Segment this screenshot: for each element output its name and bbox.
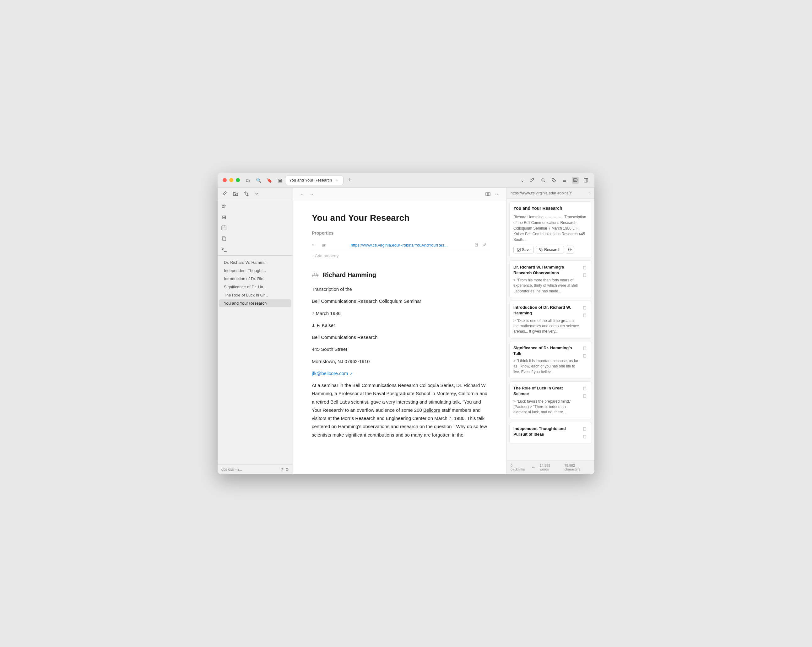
- doc-para-1: Transcription of the: [312, 285, 488, 293]
- sidebar-item-luck[interactable]: The Role of Luck in Gr...: [219, 291, 292, 299]
- active-tab[interactable]: You and Your Research ×: [285, 176, 343, 185]
- list-card-4: Independent Thoughts and Pursuit of Idea…: [509, 422, 592, 444]
- edit-link-icon[interactable]: [481, 242, 488, 248]
- main-area: ⊞ >_ Dr. Richard W. Hammi... Independent…: [218, 188, 594, 474]
- doc-para-5: Bell Communications Research: [312, 333, 488, 341]
- svg-point-1: [553, 179, 553, 180]
- bellcore-text: Bellcore: [423, 407, 440, 413]
- svg-rect-6: [584, 178, 588, 182]
- svg-rect-33: [583, 435, 586, 438]
- card-0-link-icon[interactable]: [582, 272, 588, 278]
- back-button[interactable]: ←: [298, 190, 306, 198]
- nav-terminal-icon[interactable]: >_: [219, 244, 229, 254]
- doc-para-6: 445 South Street: [312, 345, 488, 353]
- card-2-link-icon[interactable]: [582, 353, 588, 359]
- vault-name: obsidian-n...: [221, 467, 242, 472]
- web-clipper-icon[interactable]: [572, 177, 579, 184]
- sort-icon[interactable]: [243, 190, 250, 197]
- sidebar-item-significance[interactable]: Significance of Dr. Ha...: [219, 283, 292, 291]
- doc-para-7: Morristown, NJ 07962-1910: [312, 358, 488, 366]
- right-panel-items: You and Your Research Richard Hamming --…: [507, 199, 594, 448]
- sidebar-bottom-icons: ? ⚙: [281, 467, 289, 472]
- svg-point-23: [569, 249, 571, 250]
- layout-icon[interactable]: ▣: [277, 177, 282, 183]
- tag-icon[interactable]: [551, 177, 557, 184]
- doc-para-email: jfk@bellcore.com ↗: [312, 369, 488, 378]
- tabs-dropdown-button[interactable]: ⌄: [518, 176, 527, 185]
- forward-button[interactable]: →: [307, 190, 316, 198]
- sidebar-file-list: Dr. Richard W. Hammi... Independent Thou…: [218, 255, 293, 465]
- annotate-icon[interactable]: [529, 177, 536, 184]
- svg-rect-31: [583, 395, 586, 398]
- open-link-icon[interactable]: [473, 242, 479, 248]
- property-icon: ≡: [312, 242, 318, 248]
- more-options-icon[interactable]: [493, 190, 501, 198]
- word-count: 14,559 words: [540, 463, 560, 471]
- search-icon[interactable]: 🔍: [256, 177, 261, 183]
- nav-graph-icon[interactable]: ⊞: [219, 212, 229, 222]
- help-icon[interactable]: ?: [281, 467, 283, 472]
- research-tag-button[interactable]: Research: [536, 246, 564, 254]
- collapse-icon[interactable]: [253, 190, 260, 197]
- maximize-button[interactable]: [236, 178, 240, 182]
- list-icon[interactable]: [561, 177, 568, 184]
- sidebar-item-you-research[interactable]: You and Your Research: [219, 299, 292, 307]
- sidebar-top: [218, 188, 293, 200]
- list-card-1-title: Introduction of Dr. Richard W. Hamming: [513, 304, 579, 316]
- char-count: 78,982 characters: [564, 463, 591, 471]
- sidebar-item-independent[interactable]: Independent Thought...: [219, 267, 292, 274]
- card-3-copy-icon[interactable]: [582, 385, 588, 392]
- settings-icon[interactable]: ⚙: [285, 467, 289, 472]
- list-card-4-content: Independent Thoughts and Pursuit of Idea…: [513, 426, 579, 439]
- add-property-button[interactable]: + Add property: [312, 251, 488, 261]
- bookmark-icon[interactable]: 🔖: [266, 177, 272, 183]
- properties-section: Properties ≡ url https://www.cs.virginia…: [312, 231, 488, 261]
- new-folder-icon[interactable]: [232, 190, 239, 197]
- card-1-copy-icon[interactable]: [582, 304, 588, 311]
- card-1-link-icon[interactable]: [582, 312, 588, 318]
- list-card-0-icons: [582, 265, 588, 278]
- sidebar-item-hamming[interactable]: Dr. Richard W. Hammi...: [219, 258, 292, 266]
- list-card-0-excerpt: > "From his more than forty years of exp…: [513, 278, 579, 294]
- tab-close-button[interactable]: ×: [334, 178, 339, 183]
- file-manager-icon[interactable]: 🗂: [245, 177, 250, 183]
- card-3-link-icon[interactable]: [582, 393, 588, 399]
- card-4-link-icon[interactable]: [582, 433, 588, 440]
- nav-copy-icon[interactable]: [219, 233, 229, 243]
- list-card-2-title: Significance of Dr. Hamming's Talk: [513, 345, 579, 356]
- properties-label: Properties: [312, 231, 488, 236]
- minimize-button[interactable]: [229, 178, 233, 182]
- settings-button[interactable]: [566, 246, 574, 254]
- nav-files-icon[interactable]: [219, 201, 229, 211]
- list-card-2-content: Significance of Dr. Hamming's Talk > "I …: [513, 345, 579, 375]
- list-card-3-icons: [582, 385, 588, 399]
- svg-rect-11: [222, 226, 226, 230]
- list-card-3-content: The Role of Luck in Great Science > "Luc…: [513, 385, 579, 415]
- property-url-value[interactable]: https://www.cs.virginia.edu/~robins/YouA…: [351, 243, 469, 248]
- svg-rect-32: [583, 428, 586, 431]
- new-note-icon[interactable]: [221, 190, 228, 197]
- nav-calendar-icon[interactable]: [219, 223, 229, 233]
- doc-para-2: Bell Communications Research Colloquium …: [312, 297, 488, 305]
- edit-icon[interactable]: ✏: [532, 465, 535, 470]
- card-0-copy-icon[interactable]: [582, 265, 588, 271]
- link-search-icon[interactable]: [540, 177, 547, 184]
- url-arrow-icon[interactable]: ›: [589, 191, 591, 195]
- card-2-copy-icon[interactable]: [582, 345, 588, 352]
- reader-icon[interactable]: [484, 190, 492, 198]
- svg-point-18: [496, 193, 496, 194]
- card-4-copy-icon[interactable]: [582, 426, 588, 432]
- add-property-label: + Add property: [312, 254, 339, 258]
- toolbar-nav: ← →: [298, 190, 316, 198]
- doc-para-3: 7 March 1986: [312, 309, 488, 318]
- close-button[interactable]: [223, 178, 227, 182]
- content-wrapper: ← → You and Your Researc: [293, 188, 594, 474]
- svg-rect-15: [223, 237, 226, 240]
- sidebar-item-introduction[interactable]: Introduction of Dr. Ric...: [219, 275, 292, 283]
- save-button[interactable]: Save: [513, 246, 534, 254]
- svg-point-22: [540, 249, 541, 249]
- email-link[interactable]: jfk@bellcore.com: [312, 371, 348, 376]
- new-tab-button[interactable]: +: [345, 176, 354, 185]
- toolbar: ← →: [293, 188, 507, 200]
- sidebar-toggle-icon[interactable]: [583, 177, 589, 184]
